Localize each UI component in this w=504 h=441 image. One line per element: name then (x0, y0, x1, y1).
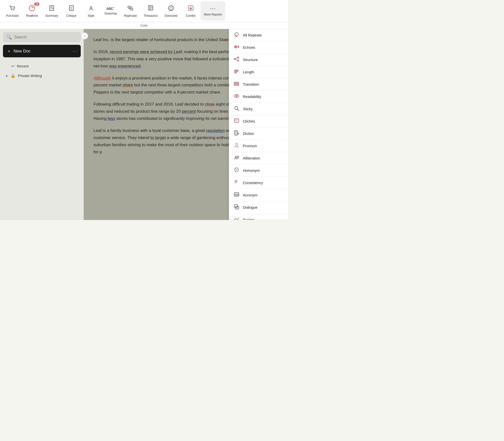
realtime-label: Realtime (26, 14, 38, 17)
svg-rect-10 (128, 6, 130, 8)
svg-rect-32 (234, 71, 238, 72)
critique-label: Critique (66, 14, 76, 17)
toolbar-item-critique[interactable]: Critique (62, 1, 81, 21)
svg-point-49 (237, 145, 238, 146)
purchase-icon (9, 5, 16, 13)
dropdown-item-consistency[interactable]: ❝❞Consistency (229, 177, 288, 189)
dropdown-item-dialogue[interactable]: Dialogue (229, 201, 288, 214)
sidebar: 🔍 ＋ New Doc ⋯ ↩Recent▶🔒Private Writing (0, 29, 84, 220)
sidebar-item-recent[interactable]: ↩Recent (3, 62, 81, 70)
toolbar-item-purchase[interactable]: Purchase (2, 1, 22, 21)
highlight-close: close (205, 102, 215, 107)
highlight-share: share (123, 83, 133, 87)
new-doc-menu-icon[interactable]: ⋯ (72, 48, 77, 54)
length-dropdown-icon (234, 69, 239, 75)
more-reports-label: More Reports (204, 13, 222, 16)
svg-rect-31 (234, 70, 239, 71)
svg-rect-22 (235, 45, 236, 48)
combo-icon (187, 5, 194, 13)
toolbar-item-grammar[interactable]: ABC✓Grammar (101, 1, 121, 21)
dropdown-item-sticky[interactable]: Sticky (229, 103, 288, 115)
diction-dropdown-label: Diction (243, 131, 254, 136)
svg-point-1 (13, 10, 14, 10)
sidebar-item-private-writing[interactable]: ▶🔒Private Writing (3, 71, 81, 80)
dropdown-item-transition[interactable]: Transition (229, 78, 288, 91)
summary-label: Summary (45, 14, 58, 17)
highlight-record-earnings: record earnings were achieved by Le (110, 49, 178, 54)
toolbar-item-rephrase[interactable]: Rephrase (121, 1, 140, 21)
svg-text:❝❞: ❝❞ (235, 120, 237, 122)
readability-dropdown-icon (234, 93, 239, 100)
dropdown-item-cliches[interactable]: ❝❞Clichés (229, 115, 288, 127)
sticky-dropdown-label: Sticky (243, 107, 253, 111)
thesaurus-icon (147, 5, 154, 13)
dropdown-item-pronoun[interactable]: Pronoun (229, 140, 288, 152)
svg-rect-36 (237, 82, 239, 83)
svg-rect-24 (237, 46, 238, 47)
toolbar-item-overused[interactable]: Overused (161, 1, 181, 21)
svg-point-27 (238, 57, 239, 58)
toolbar-item-realtime[interactable]: Realtime14 (22, 1, 42, 21)
toolbar-item-more-reports[interactable]: ···More Reports (201, 1, 225, 21)
echoes-dropdown-label: Echoes (243, 45, 255, 49)
sticky-dropdown-icon (234, 106, 239, 112)
toolbar-item-thesaurus[interactable]: Thesaurus (140, 1, 161, 21)
svg-point-48 (236, 143, 237, 145)
search-icon: 🔍 (6, 34, 12, 40)
toolbar: PurchaseRealtime14SummaryCritiqueStyleAB… (0, 0, 288, 22)
more-reports-icon: ··· (210, 6, 216, 11)
acronym-dropdown-label: Acronym (243, 193, 257, 197)
search-box[interactable]: 🔍 (3, 32, 81, 42)
svg-point-38 (234, 94, 239, 97)
dropdown-item-structure[interactable]: Structure (229, 54, 288, 66)
overused-icon (168, 5, 174, 13)
toolbar-item-style[interactable]: Style (81, 1, 101, 21)
consistency-dropdown-label: Consistency (243, 181, 263, 185)
dropdown-item-length[interactable]: Length (229, 66, 288, 78)
dropdown-item-all-repeats[interactable]: All Repeats (229, 29, 288, 41)
private-writing-expand-arrow: ▶ (6, 74, 8, 78)
homonym-dropdown-icon (234, 167, 239, 174)
highlight-was-experienced: was experienced (109, 64, 141, 68)
dropdown-item-echoes[interactable]: Echoes (229, 41, 288, 54)
dropdown-item-readability[interactable]: Readability (229, 91, 288, 103)
svg-line-29 (236, 58, 238, 59)
realtime-icon (29, 5, 35, 13)
readability-dropdown-label: Readability (243, 94, 261, 99)
svg-rect-34 (234, 82, 236, 83)
search-input[interactable] (14, 35, 77, 39)
dropdown-item-alliteration[interactable]: Alliteration (229, 152, 288, 164)
dropdown-item-pacing[interactable]: Pacing (229, 214, 288, 220)
toolbar-item-combo[interactable]: Combo (181, 1, 201, 21)
dialogue-dropdown-label: Dialogue (243, 205, 257, 209)
highlight-to-target: to target (150, 135, 166, 140)
dropdown-item-homonym[interactable]: Homonym (229, 164, 288, 177)
new-doc-button[interactable]: ＋ New Doc ⋯ (3, 45, 81, 57)
collapse-button[interactable]: ‹ (81, 32, 88, 39)
toolbar-item-summary[interactable]: Summary (42, 1, 62, 21)
thesaurus-label: Thesaurus (144, 14, 158, 17)
pacing-dropdown-label: Pacing (243, 218, 254, 220)
dropdown-menu: All RepeatsEchoesStructureLengthTransiti… (229, 29, 288, 220)
structure-dropdown-label: Structure (243, 58, 258, 62)
homonym-dropdown-label: Homonym (243, 168, 260, 173)
pronoun-dropdown-icon (234, 142, 239, 149)
svg-rect-35 (234, 84, 236, 85)
purchase-label: Purchase (6, 14, 19, 17)
svg-rect-7 (69, 6, 73, 11)
svg-rect-3 (50, 6, 54, 11)
overused-label: Overused (165, 14, 177, 17)
svg-point-0 (11, 10, 12, 10)
svg-rect-33 (234, 72, 237, 73)
cliches-dropdown-label: Clichés (243, 119, 255, 123)
svg-point-19 (172, 8, 172, 9)
private-writing-icon: 🔒 (11, 73, 16, 78)
highlight-reputation: reputation (206, 128, 225, 133)
highlight-less: less (108, 116, 115, 121)
dropdown-item-diction[interactable]: Diction (229, 127, 288, 140)
pacing-dropdown-icon (234, 216, 239, 220)
recent-label: Recent (17, 64, 29, 68)
dropdown-item-acronym[interactable]: BNSAcronym (229, 189, 288, 201)
length-dropdown-label: Length (243, 70, 254, 74)
grammar-label: Grammar (105, 12, 117, 15)
